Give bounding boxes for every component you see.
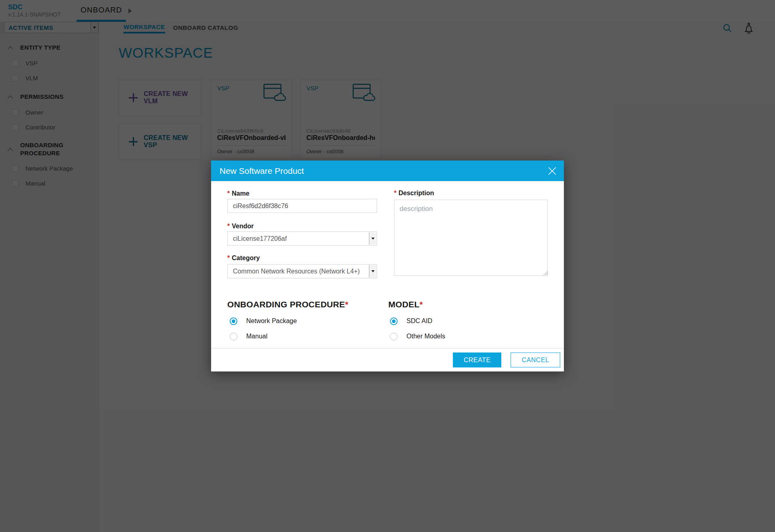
name-input[interactable] — [227, 199, 377, 213]
category-label-text: Category — [232, 255, 260, 261]
modal-footer: CREATE CANCEL — [211, 348, 564, 371]
create-button[interactable]: CREATE — [453, 353, 501, 367]
radio-unselected-icon[interactable] — [230, 333, 237, 340]
onboarding-procedure-heading: ONBOARDING PROCEDURE* — [227, 300, 348, 309]
modal-header: New Software Product — [211, 161, 564, 181]
model-heading: MODEL* — [388, 300, 423, 309]
vendor-label: *Vendor — [227, 223, 253, 230]
required-marker: * — [227, 223, 230, 229]
required-marker: * — [394, 190, 396, 196]
onboarding-procedure-title: ONBOARDING PROCEDURE — [227, 300, 345, 309]
new-software-product-modal: New Software Product *Name *Vendor ciLic… — [211, 161, 564, 371]
category-select-value: Common Network Resources (Network L4+) — [233, 268, 360, 275]
radio-manual[interactable]: Manual — [230, 332, 267, 340]
radio-label: SDC AID — [406, 317, 432, 325]
description-label: *Description — [394, 190, 434, 197]
dropdown-arrow-icon[interactable] — [369, 232, 376, 245]
model-title: MODEL — [388, 300, 419, 309]
cancel-button[interactable]: CANCEL — [511, 353, 560, 367]
name-label: *Name — [227, 190, 249, 197]
radio-selected-icon[interactable] — [230, 317, 237, 325]
radio-network-package[interactable]: Network Package — [230, 317, 297, 325]
vendor-label-text: Vendor — [232, 223, 253, 229]
vendor-select[interactable]: ciLicense177206af — [227, 232, 377, 246]
dropdown-arrow-icon[interactable] — [369, 265, 376, 277]
description-label-text: Description — [398, 190, 434, 196]
radio-label: Network Package — [246, 317, 297, 325]
name-label-text: Name — [232, 190, 249, 197]
required-marker: * — [227, 190, 230, 197]
radio-selected-icon[interactable] — [390, 317, 398, 325]
modal-title: New Software Product — [220, 166, 304, 176]
category-label: *Category — [227, 255, 260, 262]
description-textarea[interactable] — [394, 200, 548, 276]
radio-label: Manual — [246, 333, 267, 340]
required-marker: * — [419, 300, 423, 309]
radio-unselected-icon[interactable] — [390, 333, 398, 340]
modal-body: *Name *Vendor ciLicense177206af *Categor… — [211, 181, 564, 348]
required-marker: * — [227, 255, 230, 261]
radio-other-models[interactable]: Other Models — [390, 332, 445, 340]
radio-sdc-aid[interactable]: SDC AID — [390, 317, 432, 325]
vendor-select-value: ciLicense177206af — [233, 235, 287, 242]
required-marker: * — [345, 300, 348, 309]
category-select[interactable]: Common Network Resources (Network L4+) — [227, 264, 377, 278]
close-icon[interactable] — [547, 166, 557, 176]
radio-label: Other Models — [406, 333, 445, 340]
